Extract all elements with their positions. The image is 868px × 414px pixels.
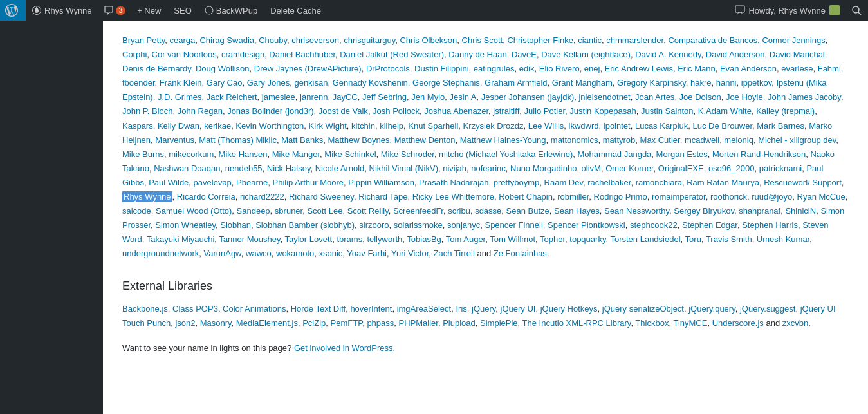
contributor-link[interactable]: Chris Scott	[462, 35, 503, 45]
contributor-link[interactable]: mattonomics	[551, 135, 598, 145]
contributor-link[interactable]: nendeb55	[225, 164, 263, 173]
contributor-link[interactable]: George Stephanis	[412, 78, 480, 88]
contributor-link[interactable]: Sean Butze	[506, 206, 549, 216]
contributor-link[interactable]: Matthew Haines-Young	[460, 135, 546, 145]
contributor-link[interactable]: klihelp	[380, 121, 403, 131]
contributor-link[interactable]: kitchin	[351, 121, 375, 131]
library-link[interactable]: Masonry	[200, 318, 232, 328]
contributor-link[interactable]: Matt (Thomas) Miklic	[199, 135, 277, 145]
contributor-link[interactable]: Ram Ratan Maurya	[687, 178, 759, 187]
library-link[interactable]: TinyMCE	[673, 318, 707, 328]
contributor-link[interactable]: mcadwell	[685, 135, 719, 145]
contributor-link[interactable]: John P. Bloch	[122, 106, 173, 116]
contributor-link[interactable]: Frank Klein	[160, 78, 202, 88]
contributor-link[interactable]: Richard Sweeney	[289, 192, 354, 202]
library-link[interactable]: jQuery UI	[501, 304, 536, 314]
library-link[interactable]: jQuery.suggest	[740, 304, 795, 314]
contributor-link[interactable]: Graham Armfield	[485, 78, 548, 88]
library-link[interactable]: PclZip	[302, 318, 326, 328]
library-link[interactable]: Class POP3	[172, 304, 218, 314]
contributor-link[interactable]: Stephen Harris	[742, 220, 798, 230]
contributor-link[interactable]: mitcho (Michael Yoshitaka Erlewine)	[439, 149, 573, 159]
contributor-link[interactable]: Scott Reilly	[347, 206, 389, 216]
contributor-link[interactable]: salcode	[122, 206, 151, 216]
contributor-link[interactable]: Luc De Brouwer	[693, 121, 753, 131]
contributor-link[interactable]: Daniel Bachhuber	[269, 50, 335, 59]
contributor-link[interactable]: shahpranaf	[739, 206, 780, 216]
contributor-link[interactable]: robmiller	[557, 192, 589, 202]
contributor-link[interactable]: Chris Olbekson	[400, 35, 457, 45]
contributor-link[interactable]: Spencer Finnell	[485, 220, 542, 230]
library-link[interactable]: jQuery Hotkeys	[540, 304, 598, 314]
contributor-link[interactable]: richard2222	[240, 192, 284, 202]
contributor-link[interactable]: Sergey Biryukov	[674, 206, 734, 216]
contributor-link[interactable]: Scott Lee	[307, 206, 342, 216]
contributor-link[interactable]: Mark Barnes	[757, 121, 804, 131]
contributor-link[interactable]: Matt Banks	[281, 135, 323, 145]
contributor-link[interactable]: Takayuki Miyauchi	[147, 234, 215, 244]
contributor-link[interactable]: Stephen Edgar	[682, 220, 737, 230]
contributor-link[interactable]: Danny de Haan	[448, 50, 506, 59]
contributor-link[interactable]: K.Adam White	[698, 106, 752, 116]
contributor-link[interactable]: Jen Mylo	[411, 92, 445, 102]
library-link[interactable]: zxcvbn	[782, 318, 808, 328]
contributor-link[interactable]: Joshua Abenazer	[424, 106, 488, 116]
contributor-link[interactable]: ScreenfeedFr	[393, 206, 443, 216]
contributor-link[interactable]: Yoav Farhi	[347, 249, 387, 258]
contributor-link[interactable]: VarunAgw	[203, 249, 241, 258]
contributor-link[interactable]: Mike Manger	[272, 149, 320, 159]
contributor-link[interactable]: Nashwan Doaqan	[154, 164, 220, 173]
contributor-link[interactable]: romaimperator	[652, 192, 706, 202]
contributor-link[interactable]: Simon Wheatley	[155, 220, 216, 230]
contributor-link[interactable]: nivijah	[443, 164, 466, 173]
contributor-link[interactable]: Eric Andrew Lewis	[605, 64, 673, 73]
contributor-link[interactable]: Travis Smith	[706, 234, 752, 244]
contributor-link[interactable]: cramdesign	[221, 50, 264, 59]
contributor-link[interactable]: J.D. Grimes	[158, 92, 202, 102]
contributor-link[interactable]: Sean Hayes	[554, 206, 600, 216]
contributor-link[interactable]: edik	[519, 64, 535, 73]
contributor-link[interactable]: patricknami	[759, 164, 802, 173]
contributor-link[interactable]: Pbearne	[236, 178, 268, 187]
contributor-link[interactable]: Kaspars	[122, 121, 153, 131]
contributor-link[interactable]: topquarky	[569, 234, 605, 244]
contributor-link[interactable]: Dustin Filippini	[414, 64, 469, 73]
contributor-link[interactable]: ruud@joyo	[752, 192, 792, 202]
library-link[interactable]: imgAreaSelect	[397, 304, 452, 314]
contributor-link[interactable]: enej	[584, 64, 600, 73]
contributor-link[interactable]: Chouby	[259, 35, 287, 45]
contributor-link[interactable]: Nikhil Vimal (NikV)	[369, 164, 438, 173]
contributor-link[interactable]: Chirag Swadia	[199, 35, 254, 45]
library-link[interactable]: SimplePie	[480, 318, 518, 328]
contributor-link[interactable]: Topher	[540, 234, 565, 244]
contributor-link[interactable]: Tom Willmot	[490, 234, 535, 244]
contributor-link[interactable]: evarlese	[781, 64, 813, 73]
contributor-link[interactable]: mattyrob	[603, 135, 636, 145]
contributor-link[interactable]: Nick Halsey	[267, 164, 311, 173]
contributor-link[interactable]: janrenn	[300, 92, 328, 102]
contributor-link[interactable]: Philip Arthur Moore	[272, 178, 344, 187]
contributor-link[interactable]: Dave Kellam (eightface)	[541, 50, 631, 59]
contributor-link[interactable]: wawco	[246, 249, 272, 258]
contributor-link[interactable]: Siobhan	[220, 220, 251, 230]
comments-item[interactable]: 3	[98, 0, 131, 21]
contributor-link[interactable]: John Regan	[178, 106, 223, 116]
library-link[interactable]: Thickbox	[635, 318, 669, 328]
new-content-button[interactable]: + New	[131, 0, 167, 21]
contributor-link[interactable]: scribu	[448, 206, 470, 216]
contributor-link[interactable]: ramonchiara	[636, 178, 682, 187]
contributor-link[interactable]: Mike Schinkel	[324, 149, 376, 159]
contributor-link[interactable]: Omer Korner	[605, 164, 653, 173]
contributor-link[interactable]: Lee Willis	[528, 121, 564, 131]
contributor-link[interactable]: meloniq	[724, 135, 753, 145]
contributor-link[interactable]: Eric Mann	[678, 64, 716, 73]
contributor-link[interactable]: Bryan Petty	[122, 35, 165, 45]
contributor-link[interactable]: Ricky Lee Whittemore	[412, 192, 494, 202]
contributor-link[interactable]: Prasath Nadarajah	[419, 178, 488, 187]
contributor-link[interactable]: Mike Hansen	[219, 149, 268, 159]
contributor-link[interactable]: roothorick	[710, 192, 747, 202]
contributor-link[interactable]: Lucas Karpiuk	[635, 121, 688, 131]
contributor-link[interactable]: ciantic	[578, 35, 602, 45]
contributor-link[interactable]: Mike Schroder	[381, 149, 434, 159]
contributor-link[interactable]: Corphi	[122, 50, 147, 59]
